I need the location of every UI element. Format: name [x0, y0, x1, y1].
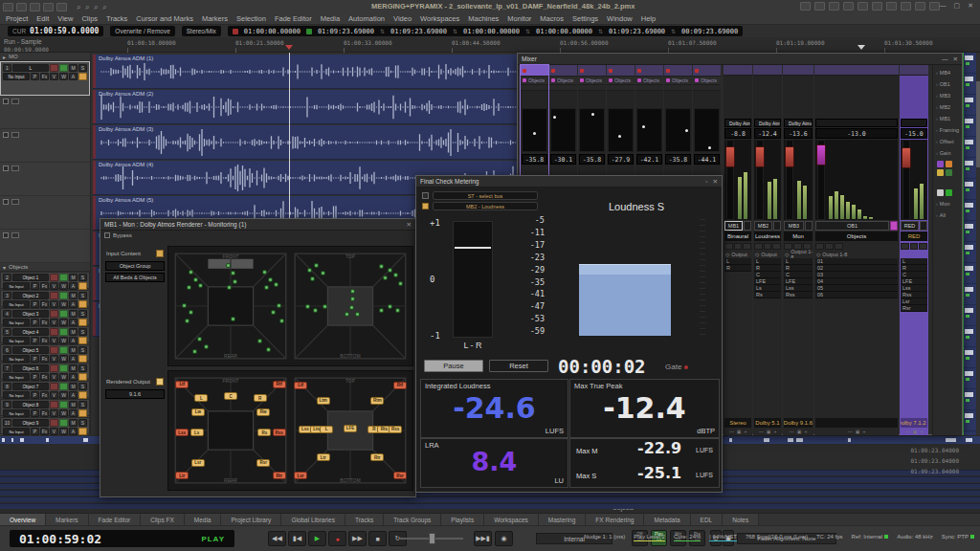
track-fader-tab[interactable] — [78, 428, 87, 435]
track-name[interactable]: Object 1 — [12, 274, 49, 281]
pan-dot[interactable] — [685, 129, 688, 132]
collapsed-track-row[interactable] — [0, 196, 90, 230]
track-name[interactable]: Object 7 — [12, 383, 49, 390]
fader-meter-area[interactable] — [754, 140, 781, 220]
audio-object-dot[interactable] — [349, 305, 354, 310]
input-select[interactable]: No Input — [3, 373, 30, 381]
menu-cursor-and-marks[interactable]: Cursor and Marks — [136, 14, 193, 23]
record-arm-button[interactable] — [50, 328, 58, 336]
menu-help[interactable]: Help — [641, 14, 656, 23]
audio-object-dot[interactable] — [197, 337, 202, 342]
track-v-button[interactable]: V — [50, 300, 58, 308]
audio-object-dot[interactable] — [355, 312, 360, 317]
track-v-button[interactable]: V — [50, 355, 58, 363]
audio-object-dot[interactable] — [323, 304, 327, 309]
bus-chip[interactable] — [773, 221, 781, 231]
track-p-button[interactable]: P — [31, 391, 39, 399]
monitor-button[interactable] — [59, 383, 68, 390]
track-w-button[interactable]: W — [59, 409, 68, 417]
solo-button[interactable]: S — [78, 310, 87, 318]
audio-object-dot[interactable] — [189, 270, 193, 275]
input-select[interactable]: No Input — [3, 282, 30, 290]
insert-slot[interactable] — [815, 119, 898, 127]
audio-object-dot[interactable] — [383, 276, 388, 280]
selection-time-4[interactable]: 01:00:00.00000 — [463, 28, 520, 35]
menu-automation[interactable]: Automation — [348, 14, 385, 23]
track-v-button[interactable]: V — [50, 409, 58, 417]
track-fx-button[interactable]: Fx — [40, 409, 49, 417]
solo-button[interactable]: S — [78, 364, 87, 372]
track-name[interactable]: Object 8 — [12, 401, 49, 408]
rewind-button[interactable]: ◀◀ — [268, 531, 286, 546]
mixer-side-item-mb2[interactable]: ‹MB2 — [933, 101, 962, 113]
fader-handle[interactable] — [816, 144, 826, 165]
edit-mode-button[interactable]: Overwrite / Remove — [110, 26, 174, 36]
metering-source-row[interactable]: MB2 - Loudness — [422, 202, 538, 210]
audio-object-dot[interactable] — [379, 308, 384, 313]
track-name[interactable]: Object 5 — [12, 346, 49, 354]
object-track-row[interactable]: 5Object 4MSNo InputPFxVWA — [0, 326, 90, 343]
strip-gain-value[interactable]: -35.8 — [579, 154, 605, 165]
pan-xy-pad[interactable] — [608, 108, 634, 152]
audio-object-dot[interactable] — [268, 277, 273, 282]
audio-object-dot[interactable] — [187, 285, 191, 290]
monitor-button[interactable] — [59, 64, 68, 72]
monitor-button[interactable] — [59, 292, 68, 299]
track-a-button[interactable]: A — [69, 355, 78, 363]
record-arm-button[interactable] — [50, 292, 58, 299]
track-w-button[interactable]: W — [59, 73, 68, 80]
collapsed-track-row[interactable] — [0, 230, 90, 263]
pan-xy-pad[interactable] — [665, 108, 691, 152]
menu-fade-editor[interactable]: Fade Editor — [275, 14, 312, 23]
track-a-button[interactable]: A — [69, 300, 78, 308]
mixer-side-item-gain[interactable]: ‹Gain — [933, 147, 962, 159]
menu-settings[interactable]: Settings — [572, 14, 598, 23]
pan-xy-pad[interactable] — [694, 108, 720, 152]
track-fx-button[interactable]: Fx — [40, 355, 49, 363]
track-w-button[interactable]: W — [59, 391, 68, 399]
reset-button[interactable]: Reset — [489, 360, 548, 372]
bus-strip-mb1[interactable]: Dolby Atmos-8.8MB1Binaural◇OutputLRStere… — [724, 65, 752, 435]
insert-slot[interactable]: Dolby Atmos — [754, 119, 781, 127]
object-strip-4[interactable]: Objects-27.9 — [607, 65, 635, 190]
audio-object-dot[interactable] — [310, 276, 315, 281]
track-name[interactable]: Object 9 — [12, 419, 49, 427]
track-group-header[interactable]: ▸MO — [0, 53, 90, 61]
open-icon[interactable] — [16, 3, 27, 11]
menu-markers[interactable]: Markers — [202, 14, 228, 23]
shuttle-slider[interactable] — [400, 538, 463, 540]
solo-button[interactable]: S — [78, 401, 87, 408]
track-a-button[interactable]: A — [69, 373, 78, 381]
input-select[interactable]: No Input — [3, 428, 30, 435]
track-checkbox[interactable] — [3, 199, 9, 205]
track-fader-tab[interactable] — [78, 373, 87, 381]
track-fx-button[interactable]: Fx — [40, 282, 49, 290]
object-strip-3[interactable]: Objects-35.8 — [578, 65, 606, 190]
color-chip[interactable] — [946, 189, 952, 196]
menu-selection[interactable]: Selection — [236, 14, 266, 23]
track-fx-button[interactable]: Fx — [40, 73, 49, 80]
audio-object-dot[interactable] — [182, 303, 187, 308]
bypass-checkbox[interactable] — [104, 232, 110, 238]
selection-time-3[interactable]: 01:09:23.69000 — [390, 28, 447, 35]
strip-gain-value[interactable]: -30.1 — [550, 154, 576, 165]
pan-xy-pad[interactable] — [522, 108, 547, 152]
grid-icon[interactable] — [814, 2, 825, 11]
group-expand-icon[interactable]: ▾ — [3, 264, 6, 271]
solo-button[interactable]: S — [78, 274, 87, 281]
fader-meter-area[interactable] — [901, 140, 927, 220]
input-select[interactable]: No Input — [3, 73, 30, 80]
audio-object-dot[interactable] — [192, 349, 197, 354]
pan-xy-pad[interactable] — [579, 108, 605, 152]
bus-gain-value[interactable]: -15.0 — [901, 128, 927, 139]
goto-end-button[interactable]: ▶▶▮ — [474, 531, 492, 546]
pan-dot[interactable] — [708, 146, 711, 149]
group-expand-icon[interactable]: ▸ — [3, 54, 6, 60]
audio-object-dot[interactable] — [204, 344, 209, 349]
fader-handle[interactable] — [785, 146, 794, 167]
bus-id[interactable]: OB1 — [815, 221, 889, 231]
track-w-button[interactable]: W — [59, 373, 68, 381]
bypass-row[interactable]: Bypass — [104, 232, 132, 238]
collapsed-track-row[interactable] — [0, 129, 90, 163]
track-a-button[interactable]: A — [69, 428, 78, 435]
